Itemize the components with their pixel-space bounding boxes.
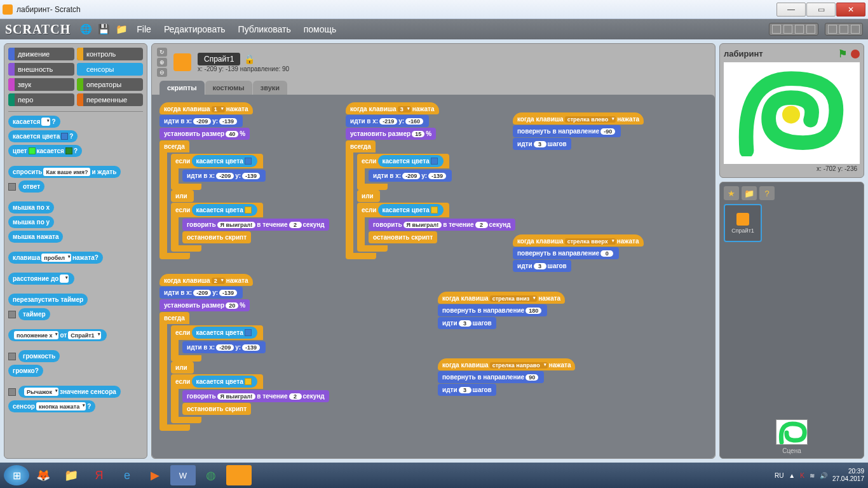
stop-icon[interactable] [851,50,860,58]
stage-panel: лабиринт ⚑ x: -702 y: -236 [719,43,864,178]
open-icon[interactable]: 📁 [115,23,128,36]
sprite-tabs: скрипты костюмы звуки [152,81,715,95]
scratch-logo: SCRATCH [5,22,71,37]
stack-down-arrow[interactable]: когда клавишастрелка внизнажата повернут… [438,292,565,330]
block-sensor-button[interactable]: сенсоркнопка нажата? [8,400,95,412]
stack-key2[interactable]: когда клавиша2нажата идти в x:-209y:-139… [159,274,329,431]
menu-file[interactable]: File [137,24,151,34]
block-mousey[interactable]: мышка по y [8,216,54,228]
cat-icon [736,213,749,226]
grow-icon[interactable] [795,25,804,34]
scene-thumb[interactable] [776,419,808,445]
taskbar-media-icon[interactable]: ▶ [142,465,168,485]
app-icon [3,4,13,15]
stack-left-arrow[interactable]: когда клавишастрелка влевонажата поверну… [513,112,644,151]
zoom-reset-icon[interactable]: ⊖ [157,68,167,77]
cat-pen[interactable]: перо [8,93,74,106]
tray-network-icon[interactable]: ≋ [810,472,815,479]
taskbar-ie-icon[interactable]: e [114,465,140,485]
sprite-header: ↻ ⊕ ⊖ Спрайт1 🔒 x: -209 y: -139 направле… [152,44,715,81]
present-icon[interactable] [851,25,860,34]
block-mousedown[interactable]: мышка нажата [8,231,63,243]
block-palette: движение контроль внешность сенсоры звук… [4,43,147,459]
lock-icon[interactable]: 🔒 [244,54,255,64]
block-mousex[interactable]: мышка по x [8,201,54,214]
svg-point-0 [782,105,800,123]
tab-sounds[interactable]: звуки [253,81,287,95]
window-titlebar: лабиринт- Scratch — ▭ ✕ [0,0,868,19]
block-lever-sensor[interactable]: Рычажокзначение сенсора [8,386,143,398]
maximize-button[interactable]: ▭ [806,3,836,17]
block-touching-color[interactable]: касается цвета? [8,130,78,142]
taskbar-explorer-icon[interactable]: 📁 [58,465,84,485]
stage-view[interactable] [724,62,860,164]
scene-label: Сцена [782,447,801,454]
block-timer[interactable]: таймер [8,308,143,320]
cat-variables[interactable]: переменные [77,93,143,106]
small-stage-icon[interactable] [828,25,837,34]
cat-motion[interactable]: движение [8,48,74,60]
block-loud[interactable]: громко? [8,365,43,377]
sprite-coords: x: -209 y: -139 направление: 90 [198,65,289,72]
block-loudness[interactable]: громкость [8,350,143,362]
cat-sensing[interactable]: сенсоры [77,63,143,76]
stage-title: лабиринт [724,49,763,58]
tray-sound-icon[interactable]: 🔊 [820,472,827,479]
block-color-touching[interactable]: цветкасается? [8,145,82,157]
paint-sprite-icon[interactable]: ★ [724,186,739,200]
block-keypressed[interactable]: клавишапробелнажата? [8,252,103,264]
stack-key1[interactable]: когда клавиша1нажата идти в x:-209y:-139… [159,102,329,259]
script-canvas[interactable]: когда клавиша1нажата идти в x:-209y:-139… [152,95,715,458]
zoom-out-icon[interactable]: ⊕ [157,58,167,67]
taskbar-clock[interactable]: 20:39 27.04.2017 [832,468,864,483]
sprite-panel: ★ 📁 ? Спрайт1 Сцена [719,182,864,459]
block-answer[interactable]: ответ [8,180,143,193]
window-title: лабиринт- Scratch [17,5,81,14]
block-distance[interactable]: расстояние до [8,273,74,285]
menu-help[interactable]: помощь [304,24,337,34]
tab-scripts[interactable]: скрипты [159,81,205,95]
menu-publish[interactable]: Публиковать [238,24,291,34]
scratch-toolbar: SCRATCH 🌐 💾 📁 File Редактировать Публико… [0,19,868,39]
block-position-of[interactable]: положение xотСпрайт1 [8,329,107,341]
block-touching[interactable]: касается ? [8,116,60,128]
stack-key3[interactable]: когда клавиша3нажата идти в x:-219y:-160… [346,102,515,259]
cat-operators[interactable]: операторы [77,78,143,91]
save-icon[interactable]: 💾 [97,23,110,36]
green-flag-icon[interactable]: ⚑ [838,48,847,60]
taskbar-chart-icon[interactable]: ◍ [198,465,224,485]
tab-costumes[interactable]: костюмы [205,81,252,95]
cat-sound[interactable]: звук [8,78,74,91]
cat-control[interactable]: контроль [77,48,143,60]
tray-k-icon[interactable]: K [800,472,804,479]
minimize-button[interactable]: — [776,3,806,17]
large-stage-icon[interactable] [839,25,848,34]
choose-sprite-icon[interactable]: 📁 [742,186,757,200]
cut-icon[interactable] [783,25,792,34]
stack-up-arrow[interactable]: когда клавишастрелка вверхнажата поверну… [513,234,644,273]
block-ask[interactable]: спроситьКак ваше имя?и ждать [8,166,121,178]
menu-edit[interactable]: Редактировать [164,24,226,34]
taskbar-firefox-icon[interactable]: 🦊 [31,465,56,485]
shrink-icon[interactable] [806,25,815,34]
taskbar-yandex-icon[interactable]: Я [86,465,112,485]
surprise-sprite-icon[interactable]: ? [759,186,775,200]
tool-group-edit[interactable] [769,23,818,36]
close-button[interactable]: ✕ [836,3,865,17]
taskbar-word-icon[interactable]: W [170,465,196,485]
cat-looks[interactable]: внешность [8,63,74,76]
zoom-in-icon[interactable]: ↻ [157,48,167,57]
taskbar-lang[interactable]: RU [775,472,783,479]
globe-icon[interactable]: 🌐 [79,23,92,36]
stack-right-arrow[interactable]: когда клавишастрелка направонажата повер… [438,358,575,396]
start-button[interactable]: ⊞ [4,465,29,485]
sprite-thumb-icon [173,53,191,71]
tray-flag-icon[interactable]: ▲ [789,472,795,479]
taskbar-scratch-icon[interactable] [226,465,252,485]
stage-size-group[interactable] [825,23,863,36]
maze-drawing [734,67,848,156]
sprite-thumb[interactable]: Спрайт1 [724,204,762,242]
duplicate-icon[interactable] [772,25,781,34]
block-reset-timer[interactable]: перезапустить таймер [8,294,88,306]
sprite-name-field[interactable]: Спрайт1 [198,53,240,65]
